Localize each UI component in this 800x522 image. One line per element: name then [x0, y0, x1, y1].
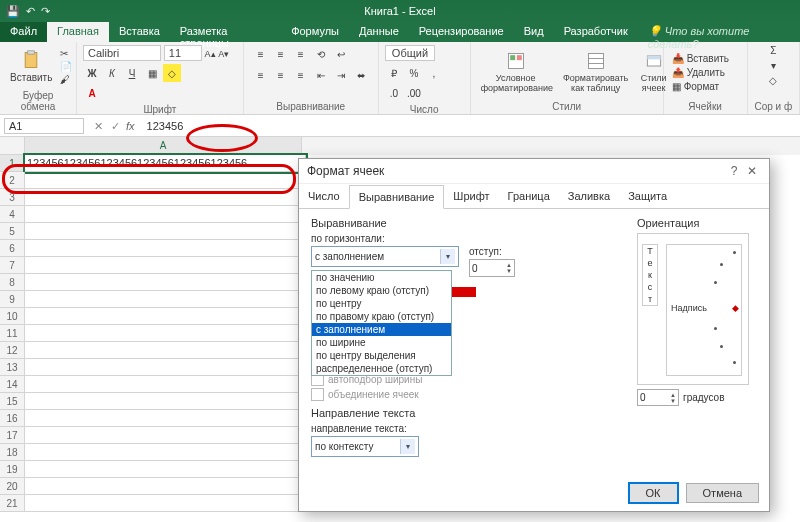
indent-spinner[interactable]: 0 ▲▼ — [469, 259, 515, 277]
orientation-control[interactable]: Текст Надпись ◆ — [637, 233, 749, 385]
align-top-icon[interactable]: ≡ — [252, 45, 270, 63]
vertical-text-button[interactable]: Текст — [642, 244, 658, 306]
row-header[interactable]: 2 — [0, 172, 25, 189]
horizontal-align-combo[interactable]: с заполнением ▾ — [311, 246, 459, 267]
chevron-down-icon[interactable]: ▾ — [440, 249, 455, 264]
underline-icon[interactable]: Ч — [123, 64, 141, 82]
align-center-icon[interactable]: ≡ — [272, 66, 290, 84]
cell[interactable] — [25, 359, 306, 376]
dlg-tab-border[interactable]: Граница — [499, 185, 559, 209]
font-size-combo[interactable]: 11 — [164, 45, 202, 61]
row-header[interactable]: 13 — [0, 359, 25, 376]
horiz-option[interactable]: по центру выделения — [312, 349, 451, 362]
comma-icon[interactable]: , — [425, 64, 443, 82]
dlg-tab-protection[interactable]: Защита — [619, 185, 676, 209]
cell[interactable] — [25, 223, 306, 240]
row-header[interactable]: 17 — [0, 427, 25, 444]
cancel-button[interactable]: Отмена — [686, 483, 759, 503]
format-as-table-button[interactable]: Форматировать как таблицу — [559, 49, 633, 95]
font-color-icon[interactable]: А — [83, 84, 101, 102]
dlg-tab-fill[interactable]: Заливка — [559, 185, 619, 209]
cell[interactable] — [25, 342, 306, 359]
format-button[interactable]: ▦ Формат — [670, 80, 731, 93]
tab-view[interactable]: Вид — [514, 22, 554, 42]
format-painter-icon[interactable]: 🖌 — [60, 74, 72, 85]
cell[interactable] — [25, 461, 306, 478]
merge-icon[interactable]: ⬌ — [352, 66, 370, 84]
cell[interactable] — [25, 478, 306, 495]
row-header[interactable]: 1 — [0, 155, 25, 172]
wrap-text-icon[interactable]: ↩ — [332, 45, 350, 63]
currency-icon[interactable]: ₽ — [385, 64, 403, 82]
row-header[interactable]: 3 — [0, 189, 25, 206]
cell[interactable] — [25, 410, 306, 427]
horiz-option[interactable]: распределенное (отступ) — [312, 362, 451, 375]
cell[interactable] — [25, 325, 306, 342]
clear-icon[interactable]: ◇ — [769, 75, 777, 86]
row-header[interactable]: 16 — [0, 410, 25, 427]
spin-down-icon[interactable]: ▼ — [506, 268, 512, 274]
cell[interactable] — [25, 206, 306, 223]
cell[interactable] — [25, 189, 306, 206]
fx-icon[interactable]: fx — [126, 120, 135, 132]
bold-icon[interactable]: Ж — [83, 64, 101, 82]
insert-cells-button[interactable]: 📥 Вставить — [670, 52, 731, 65]
undo-icon[interactable]: ↶ — [26, 5, 35, 18]
fill-color-icon[interactable]: ◇ — [163, 64, 181, 82]
horiz-option[interactable]: по левому краю (отступ) — [312, 284, 451, 297]
cell[interactable] — [25, 393, 306, 410]
horiz-option[interactable]: по ширине — [312, 336, 451, 349]
fill-icon[interactable]: ▾ — [771, 60, 776, 71]
cancel-formula-icon[interactable]: ✕ — [94, 120, 103, 133]
name-box[interactable]: A1 — [4, 118, 84, 134]
tab-layout[interactable]: Разметка страницы — [170, 22, 281, 42]
cell[interactable] — [25, 308, 306, 325]
save-icon[interactable]: 💾 — [6, 5, 20, 18]
cell[interactable] — [25, 257, 306, 274]
border-icon[interactable]: ▦ — [143, 64, 161, 82]
tab-file[interactable]: Файл — [0, 22, 47, 42]
tell-me[interactable]: 💡 Что вы хотите сделать? — [638, 22, 800, 42]
italic-icon[interactable]: К — [103, 64, 121, 82]
dlg-tab-alignment[interactable]: Выравнивание — [349, 185, 445, 209]
row-header[interactable]: 4 — [0, 206, 25, 223]
tab-insert[interactable]: Вставка — [109, 22, 170, 42]
align-left-icon[interactable]: ≡ — [252, 66, 270, 84]
spin-down-icon[interactable]: ▼ — [670, 398, 676, 404]
row-header[interactable]: 18 — [0, 444, 25, 461]
select-all-corner[interactable] — [0, 137, 25, 155]
horiz-option[interactable]: по центру — [312, 297, 451, 310]
cut-icon[interactable]: ✂ — [60, 48, 72, 59]
indent-decrease-icon[interactable]: ⇤ — [312, 66, 330, 84]
cell[interactable] — [25, 427, 306, 444]
tab-home[interactable]: Главная — [47, 22, 109, 42]
row-header[interactable]: 7 — [0, 257, 25, 274]
indent-increase-icon[interactable]: ⇥ — [332, 66, 350, 84]
row-header[interactable]: 11 — [0, 325, 25, 342]
conditional-formatting-button[interactable]: Условное форматирование — [477, 49, 555, 95]
row-header[interactable]: 5 — [0, 223, 25, 240]
row-header[interactable]: 12 — [0, 342, 25, 359]
delete-cells-button[interactable]: 📤 Удалить — [670, 66, 731, 79]
horiz-option[interactable]: по правому краю (отступ) — [312, 310, 451, 323]
row-header[interactable]: 19 — [0, 461, 25, 478]
horiz-option[interactable]: с заполнением — [312, 323, 451, 336]
formula-input[interactable]: 123456 — [141, 119, 800, 133]
row-header[interactable]: 21 — [0, 495, 25, 512]
row-header[interactable]: 6 — [0, 240, 25, 257]
percent-icon[interactable]: % — [405, 64, 423, 82]
tab-formulas[interactable]: Формулы — [281, 22, 349, 42]
tab-data[interactable]: Данные — [349, 22, 409, 42]
increase-font-icon[interactable]: A▴ — [205, 49, 216, 59]
orientation-icon[interactable]: ⟲ — [312, 45, 330, 63]
close-icon[interactable]: ✕ — [743, 162, 761, 180]
paste-button[interactable]: Вставить — [6, 48, 56, 85]
align-middle-icon[interactable]: ≡ — [272, 45, 290, 63]
confirm-formula-icon[interactable]: ✓ — [111, 120, 120, 133]
cell[interactable] — [25, 495, 306, 512]
horiz-option[interactable]: по значению — [312, 271, 451, 284]
row-header[interactable]: 15 — [0, 393, 25, 410]
orientation-dial[interactable]: Надпись ◆ — [666, 244, 742, 376]
redo-icon[interactable]: ↷ — [41, 5, 50, 18]
copy-icon[interactable]: 📄 — [60, 61, 72, 72]
